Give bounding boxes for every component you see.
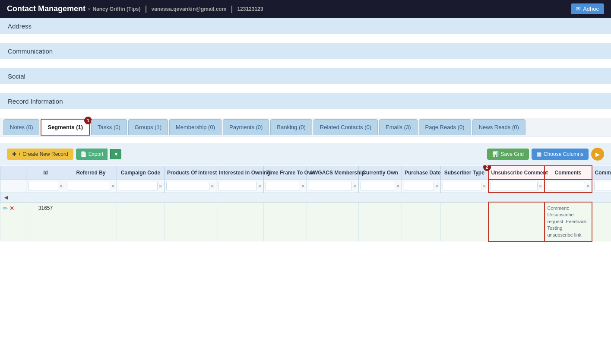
- filter-purchase-date-clear[interactable]: ✕: [435, 184, 439, 189]
- tab-groups[interactable]: Groups (1): [128, 119, 168, 135]
- tab-emails[interactable]: Emails (3): [379, 119, 418, 135]
- record-information-label: Record Information: [8, 98, 63, 105]
- col-header-id: Id: [26, 166, 65, 180]
- tab-payments[interactable]: Payments (0): [223, 119, 269, 135]
- col-header-comments: Comments: [545, 166, 592, 180]
- record-information-section[interactable]: Record Information: [0, 93, 611, 111]
- tab-related-contacts-label: Related Contacts (0): [320, 124, 371, 130]
- row-currently-own-cell: [359, 202, 402, 241]
- col-header-interested-in-owning: Interested In Owning: [216, 166, 264, 180]
- col-header-unsubscribe-comment: Unsubscribe Comment: [488, 166, 545, 180]
- filter-id: ✕: [26, 180, 65, 193]
- filter-referred-by-input[interactable]: [67, 182, 110, 190]
- scroll-left-arrow[interactable]: ◄: [3, 194, 9, 201]
- tabs-bar: Notes (0) Segments (1) 1 Tasks (0) Group…: [0, 118, 611, 136]
- save-grid-button[interactable]: 📊 Save Grid: [487, 149, 529, 160]
- social-section[interactable]: Social: [0, 68, 611, 85]
- filter-awgacs-input[interactable]: [309, 182, 352, 190]
- filter-purchase-date-input[interactable]: [404, 182, 434, 190]
- columns-icon: ▦: [537, 151, 541, 157]
- filter-referred-by-clear[interactable]: ✕: [111, 184, 115, 189]
- grid-filter-row: ✕ ✕ ✕: [0, 180, 611, 193]
- adhoc-button[interactable]: ✉ Adhoc: [571, 3, 604, 14]
- mail-icon: ✉: [576, 6, 581, 12]
- tab-payments-label: Payments (0): [229, 124, 263, 130]
- filter-unsub-comment-clear[interactable]: ✕: [538, 184, 542, 189]
- scroll-indicator-row: ◄: [0, 193, 611, 202]
- export-button[interactable]: 📄 Export: [76, 149, 108, 160]
- row-id-cell: 31657: [26, 202, 65, 241]
- row-campaign-code-cell: [117, 202, 165, 241]
- filter-subscriber-type-clear[interactable]: ✕: [482, 184, 486, 189]
- row-referred-by-cell: [65, 202, 117, 241]
- communication-section[interactable]: Communication: [0, 43, 611, 60]
- tab-tasks[interactable]: Tasks (0): [91, 119, 127, 135]
- choose-columns-button[interactable]: ▦ Choose Columns: [532, 149, 589, 160]
- filter-unsub-comment: ✕: [488, 180, 545, 193]
- chart-icon: 📊: [492, 151, 499, 157]
- grid-toolbar: ✚ + Create New Record 📄 Export ▼ 📊 Save …: [0, 143, 611, 165]
- filter-products-clear[interactable]: ✕: [210, 184, 214, 189]
- create-new-record-button[interactable]: ✚ + Create New Record: [7, 149, 73, 160]
- row-comments-value: Comment: Unsubscribe request. Feedback: …: [548, 206, 588, 237]
- filter-subscriber-type-input[interactable]: [443, 182, 481, 190]
- tab-membership[interactable]: Membership (0): [169, 119, 222, 135]
- filter-currently-own-input[interactable]: [361, 182, 395, 190]
- filter-comm-date-input[interactable]: [594, 182, 611, 190]
- tab-notes-label: Notes (0): [10, 124, 33, 130]
- filter-products: ✕: [165, 180, 216, 193]
- delete-row-button[interactable]: ✕: [9, 205, 14, 212]
- address-section[interactable]: Address: [0, 18, 611, 35]
- filter-id-input[interactable]: [28, 182, 58, 190]
- row-products-cell: [165, 202, 216, 241]
- gap2: [0, 60, 611, 68]
- filter-campaign-code: ✕: [117, 180, 165, 193]
- col-header-subscriber-type: Subscriber Type 2: [441, 166, 488, 180]
- tab-segments[interactable]: Segments (1) 1: [41, 119, 90, 136]
- social-label: Social: [8, 73, 25, 80]
- filter-unsub-comment-input[interactable]: [491, 182, 538, 190]
- filter-timeframe-input[interactable]: [266, 182, 300, 190]
- filter-comments-input[interactable]: [547, 182, 585, 190]
- tab-notes[interactable]: Notes (0): [3, 119, 39, 135]
- filter-referred-by: ✕: [65, 180, 117, 193]
- filter-comm-date: ✕: [592, 180, 611, 193]
- tab-banking[interactable]: Banking (0): [270, 119, 312, 135]
- edit-row-button[interactable]: ✏: [3, 205, 8, 212]
- row-comments-cell: Comment: Unsubscribe request. Feedback: …: [545, 202, 592, 241]
- caret-down-icon: ▼: [114, 152, 118, 157]
- filter-interested-clear[interactable]: ✕: [258, 184, 262, 189]
- tab-news-reads[interactable]: News Reads (0): [472, 119, 526, 135]
- filter-currently-own-clear[interactable]: ✕: [396, 184, 400, 189]
- filter-campaign-clear[interactable]: ✕: [158, 184, 162, 189]
- filter-awgacs-clear[interactable]: ✕: [353, 184, 357, 189]
- orange-icon: ▶: [595, 151, 600, 158]
- tab-membership-label: Membership (0): [176, 124, 215, 130]
- col-header-awgacs: AWGACS Membership: [307, 166, 359, 180]
- col-header-purchase-date: Purchase Date: [402, 166, 441, 180]
- tab-banking-label: Banking (0): [277, 124, 305, 130]
- contact-email: vanessa.qevankin@gmail.com: [152, 6, 227, 12]
- app-title: Contact Management: [7, 4, 85, 13]
- app-header: Contact Management › Nancy Griffin (Tips…: [0, 0, 611, 18]
- gap1: [0, 35, 611, 43]
- tab-page-reads-label: Page Reads (0): [425, 124, 465, 130]
- plus-icon: ✚: [12, 151, 16, 157]
- col-header-referred-by: Referred By: [65, 166, 117, 180]
- tab-segments-label: Segments (1): [47, 124, 83, 130]
- filter-id-clear[interactable]: ✕: [59, 184, 63, 189]
- filter-products-input[interactable]: [166, 182, 209, 190]
- filter-interested-input[interactable]: [218, 182, 257, 190]
- orange-action-button[interactable]: ▶: [591, 148, 604, 161]
- filter-campaign-input[interactable]: [119, 182, 158, 190]
- tab-emails-label: Emails (3): [386, 124, 411, 130]
- tab-page-reads[interactable]: Page Reads (0): [419, 119, 471, 135]
- row-awgacs-cell: [307, 202, 359, 241]
- contact-phone: 123123123: [237, 6, 263, 12]
- filter-comments-clear[interactable]: ✕: [586, 184, 590, 189]
- tab-related-contacts[interactable]: Related Contacts (0): [313, 119, 378, 135]
- col-header-campaign-code: Campaign Code: [117, 166, 165, 180]
- export-caret-button[interactable]: ▼: [110, 149, 121, 159]
- col-header-time-frame: Time Frame To Own: [264, 166, 307, 180]
- filter-timeframe-clear[interactable]: ✕: [301, 184, 305, 189]
